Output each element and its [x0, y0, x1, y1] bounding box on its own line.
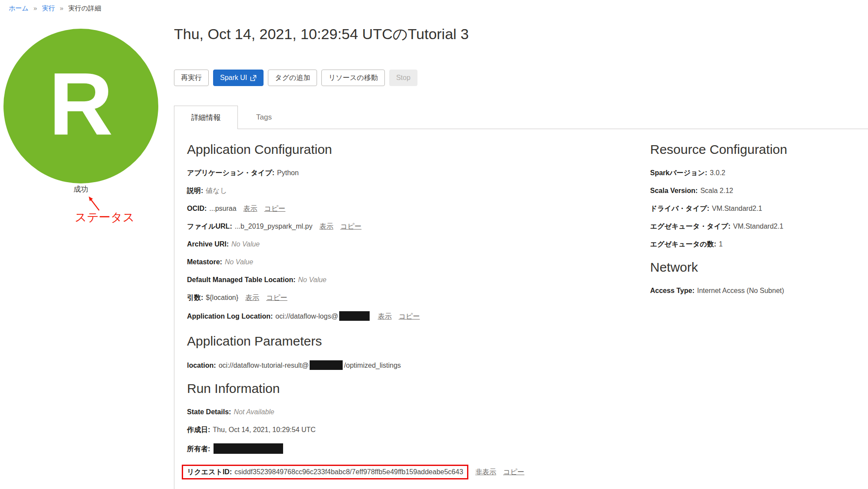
field-value: csiddf35239849768cc96c233f4babc8/7eff978…: [234, 468, 463, 476]
field-value: No Value: [298, 276, 327, 283]
action-button-row: 再実行 Spark UI タグの追加 リソースの移動 Stop: [174, 70, 417, 86]
application-parameters-fields: location:oci://dataflow-tutorial-result@…: [187, 360, 622, 371]
field-value: Scala 2.12: [700, 187, 733, 194]
section-title-application-parameters: Application Parameters: [187, 333, 622, 349]
show-link[interactable]: 表示: [244, 205, 257, 212]
tab-panel-left-border: [174, 106, 174, 489]
status-label: 成功: [3, 184, 158, 194]
breadcrumb-current: 実行の詳細: [68, 4, 101, 12]
field-row: Application Log Location:oci://dataflow-…: [187, 311, 622, 322]
field-value: VM.Standard2.1: [733, 223, 784, 230]
field-row: 説明:値なし: [187, 186, 622, 195]
field-label: アプリケーション・タイプ:: [187, 169, 274, 176]
copy-link[interactable]: コピー: [341, 223, 362, 230]
field-value: oci://dataflow-tutorial-result@: [219, 362, 309, 369]
field-label: Sparkバージョン:: [650, 169, 707, 176]
add-tags-button[interactable]: タグの追加: [268, 70, 317, 86]
field-value: ${location}: [206, 294, 238, 301]
field-row: Access Type:Internet Access (No Subnet): [650, 286, 859, 295]
details-left-column: Application Configuration アプリケーション・タイプ:P…: [187, 142, 622, 489]
details-right-column: Resource Configuration Sparkバージョン:3.0.2S…: [650, 142, 859, 304]
breadcrumb-home-link[interactable]: ホーム: [9, 4, 29, 12]
field-label: 引数:: [187, 294, 203, 301]
rerun-button[interactable]: 再実行: [174, 70, 209, 86]
field-row: ドライバ・タイプ:VM.Standard2.1: [650, 204, 859, 213]
breadcrumb-runs-link[interactable]: 実行: [42, 4, 55, 12]
field-label: リクエストID:: [187, 468, 232, 476]
field-label: Default Managed Table Location:: [187, 276, 296, 283]
field-row: リクエストID:csiddf35239849768cc96c233f4babc8…: [187, 465, 622, 479]
section-title-application-configuration: Application Configuration: [187, 142, 622, 157]
copy-link[interactable]: コピー: [266, 294, 287, 301]
field-row: location:oci://dataflow-tutorial-result@…: [187, 360, 622, 371]
field-row: 引数:${location}表示コピー: [187, 293, 622, 302]
field-row: Sparkバージョン:3.0.2: [650, 169, 859, 177]
section-title-resource-configuration: Resource Configuration: [650, 142, 859, 157]
field-label: 所有者:: [187, 445, 210, 452]
redacted-value: [339, 311, 370, 321]
field-row: Archive URI:No Value: [187, 240, 622, 248]
field-value: Internet Access (No Subnet): [697, 287, 784, 294]
spark-ui-button-label: Spark UI: [220, 74, 247, 82]
field-value: ...psuraa: [209, 205, 236, 212]
field-label: Metastore:: [187, 258, 222, 266]
field-label: エグゼキュータの数:: [650, 240, 716, 248]
field-value: VM.Standard2.1: [712, 205, 762, 212]
run-details-page: ホーム » 実行 » 実行の詳細 R 成功 ステータス Thu, Oct 14,…: [0, 0, 868, 489]
field-row: 所有者:: [187, 443, 622, 455]
status-icon: R: [3, 29, 158, 183]
field-label: Access Type:: [650, 287, 694, 294]
field-row: エグゼキュータの数:1: [650, 240, 859, 248]
show-link[interactable]: 表示: [245, 294, 259, 301]
redacted-value: [214, 443, 283, 454]
field-value: Thu, Oct 14, 2021, 10:29:54 UTC: [213, 426, 316, 433]
field-row: Scala Version:Scala 2.12: [650, 186, 859, 195]
field-row: ファイルURL:...b_2019_pyspark_ml.py表示コピー: [187, 222, 622, 230]
field-value: oci://dataflow-logs@: [275, 313, 338, 320]
resource-configuration-fields: Sparkバージョン:3.0.2Scala Version:Scala 2.12…: [650, 169, 859, 248]
run-information-fields: State Details:Not Available作成日:Thu, Oct …: [187, 408, 622, 479]
field-row: Default Managed Table Location:No Value: [187, 276, 622, 284]
breadcrumb-separator: »: [60, 4, 63, 12]
field-label: OCID:: [187, 205, 207, 212]
field-label: Scala Version:: [650, 187, 698, 194]
hide-link[interactable]: 非表示: [475, 468, 496, 476]
field-row: 作成日:Thu, Oct 14, 2021, 10:29:54 UTC: [187, 426, 622, 434]
field-label: location:: [187, 362, 216, 369]
copy-link[interactable]: コピー: [264, 205, 286, 212]
tab-details[interactable]: 詳細情報: [174, 106, 238, 129]
field-label: エグゼキュータ・タイプ:: [650, 223, 731, 230]
status-letter: R: [49, 59, 113, 154]
field-label: State Details:: [187, 408, 231, 416]
field-label: Application Log Location:: [187, 313, 273, 320]
field-label: Archive URI:: [187, 240, 229, 248]
section-title-run-information: Run Information: [187, 381, 622, 396]
application-configuration-fields: アプリケーション・タイプ:Python説明:値なしOCID:...psuraa表…: [187, 169, 622, 322]
redacted-value: [310, 360, 343, 370]
field-value-suffix: /optimized_listings: [344, 362, 401, 369]
move-resource-button[interactable]: リソースの移動: [321, 70, 385, 86]
tab-bar-underline: [237, 129, 868, 129]
show-link[interactable]: 表示: [378, 313, 392, 320]
field-row: OCID:...psuraa表示コピー: [187, 204, 622, 213]
breadcrumb: ホーム » 実行 » 実行の詳細: [9, 4, 101, 13]
field-value: 値なし: [206, 187, 227, 194]
tab-tags[interactable]: Tags: [240, 106, 288, 129]
field-value: 3.0.2: [710, 169, 725, 176]
field-value: No Value: [225, 258, 253, 266]
field-row: State Details:Not Available: [187, 408, 622, 416]
field-label: ファイルURL:: [187, 223, 232, 230]
field-value: Python: [277, 169, 299, 176]
field-value: Not Available: [234, 408, 274, 416]
field-row: Metastore:No Value: [187, 258, 622, 266]
external-link-icon: [250, 75, 257, 81]
field-label: 説明:: [187, 187, 203, 194]
network-fields: Access Type:Internet Access (No Subnet): [650, 286, 859, 295]
copy-link[interactable]: コピー: [399, 313, 420, 320]
spark-ui-button[interactable]: Spark UI: [213, 70, 264, 86]
field-label: 作成日:: [187, 426, 210, 433]
show-link[interactable]: 表示: [320, 223, 334, 230]
field-value: No Value: [231, 240, 260, 248]
status-annotation-text: ステータス: [75, 210, 135, 225]
copy-link[interactable]: コピー: [503, 468, 524, 476]
